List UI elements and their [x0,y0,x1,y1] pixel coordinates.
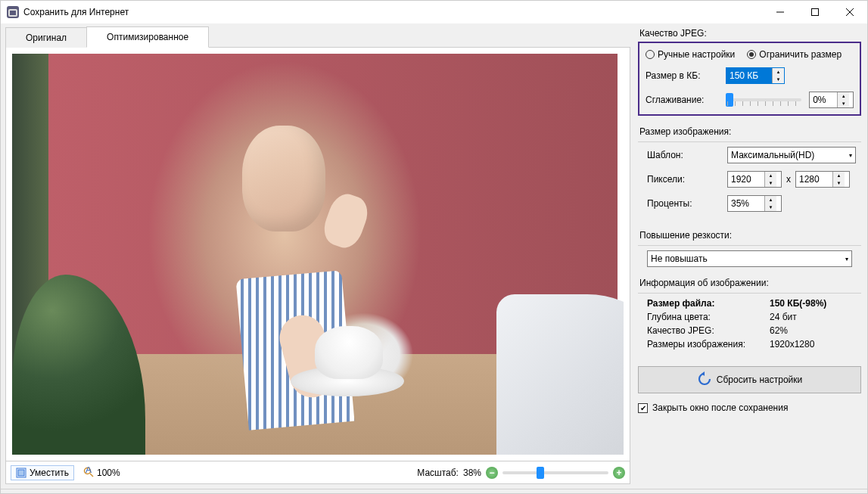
tab-optimized-label: Оптимизированное [107,32,188,42]
app-icon [7,6,19,18]
percent-input[interactable] [728,196,764,211]
tabs: Оригинал Оптимизированное [5,26,630,48]
radio-limit-size[interactable]: Ограничить размер [747,49,842,60]
preview-toolbar: Уместить A 100% Масштаб: 38% − + [5,461,630,484]
quality-highlight-box: Ручные настройки Ограничить размер Разме… [638,42,861,116]
info-dims-value: 1920x1280 [770,339,814,350]
percent-label: Проценты: [647,198,723,209]
pixels-x: x [786,174,791,185]
info-depth-value: 24 бит [770,312,797,322]
zoom-out-button[interactable]: − [486,467,498,479]
quality-group-label: Качество JPEG: [638,26,861,42]
window-title: Сохранить для Интернет [23,7,763,17]
pixels-height-spinner[interactable]: ▲▼ [795,171,850,188]
chevron-down-icon: ▾ [849,152,852,159]
zoom-slider[interactable] [502,471,608,474]
spin-down-icon[interactable]: ▼ [773,76,784,83]
fit-button[interactable]: Уместить [11,465,74,480]
sharpen-value: Не повышать [651,253,708,264]
size-kb-label: Размер в КБ: [646,70,721,81]
svg-rect-5 [18,470,24,476]
smoothing-spinner[interactable]: ▲▼ [809,92,854,108]
bottom-bar: Посмотреть видеоурок Сохранить в файл...… [1,489,867,494]
spin-down-icon[interactable]: ▼ [838,100,849,107]
reset-label: Сбросить настройки [717,374,802,385]
template-label: Шаблон: [647,150,723,160]
tab-original-label: Оригинал [26,33,67,43]
scale-value: 38% [463,468,481,478]
close-button[interactable] [832,1,867,23]
pixels-width-spinner[interactable]: ▲▼ [727,171,782,188]
percent-spinner[interactable]: ▲▼ [727,195,782,212]
tab-optimized[interactable]: Оптимизированное [86,26,209,48]
zoom-in-button[interactable]: + [613,467,625,479]
reset-button[interactable]: Сбросить настройки [638,366,861,393]
svg-rect-1 [812,9,819,16]
info-jpeg-value: 62% [770,325,788,336]
info-jpeg-label: Качество JPEG: [647,325,765,336]
smoothing-label: Сглаживание: [646,95,720,105]
fit-icon [16,468,26,478]
scale-label: Масштаб: [417,468,459,478]
checkbox-icon: ✔ [638,403,648,413]
image-preview[interactable] [12,54,624,455]
svg-text:A: A [86,467,92,475]
template-combo[interactable]: Максимальный(HD)▾ [727,147,856,163]
maximize-button[interactable] [798,1,832,23]
chevron-down-icon: ▾ [845,256,848,263]
magnifier-icon: A [83,467,94,479]
template-value: Максимальный(HD) [731,150,814,160]
size-kb-input[interactable] [726,68,772,83]
zoom-auto[interactable]: A 100% [83,467,120,479]
fit-label: Уместить [30,468,69,478]
sharpen-group-label: Повышение резкости: [638,228,861,244]
sharpen-combo[interactable]: Не повышать▾ [647,250,852,267]
radio-manual-settings[interactable]: Ручные настройки [646,49,735,60]
titlebar: Сохранить для Интернет [1,1,867,23]
pixels-label: Пиксели: [647,174,723,185]
close-after-save-label: Закрыть окно после сохранения [652,402,788,413]
radio-limit-label: Ограничить размер [759,49,842,60]
size-kb-spinner[interactable]: ▲▼ [726,67,785,84]
tab-original[interactable]: Оригинал [5,27,87,48]
minimize-button[interactable] [763,1,798,23]
info-depth-label: Глубина цвета: [647,312,765,322]
info-dims-label: Размеры изображения: [647,339,765,350]
smoothing-slider[interactable] [727,98,801,101]
image-size-group-label: Размер изображения: [638,125,861,140]
pixels-height-input[interactable] [796,172,832,187]
radio-manual-label: Ручные настройки [658,49,735,60]
info-filesize-label: Размер файла: [647,298,765,309]
info-filesize-value: 150 КБ(-98%) [770,298,826,309]
smoothing-input[interactable] [810,92,837,107]
pixels-width-input[interactable] [728,172,764,187]
info-group-label: Информация об изображении: [638,276,861,291]
zoom-auto-label: 100% [97,468,120,478]
spin-up-icon[interactable]: ▲ [773,68,784,76]
refresh-icon [697,371,712,389]
spin-up-icon[interactable]: ▲ [838,92,849,100]
close-after-save-checkbox[interactable]: ✔ Закрыть окно после сохранения [638,402,861,413]
